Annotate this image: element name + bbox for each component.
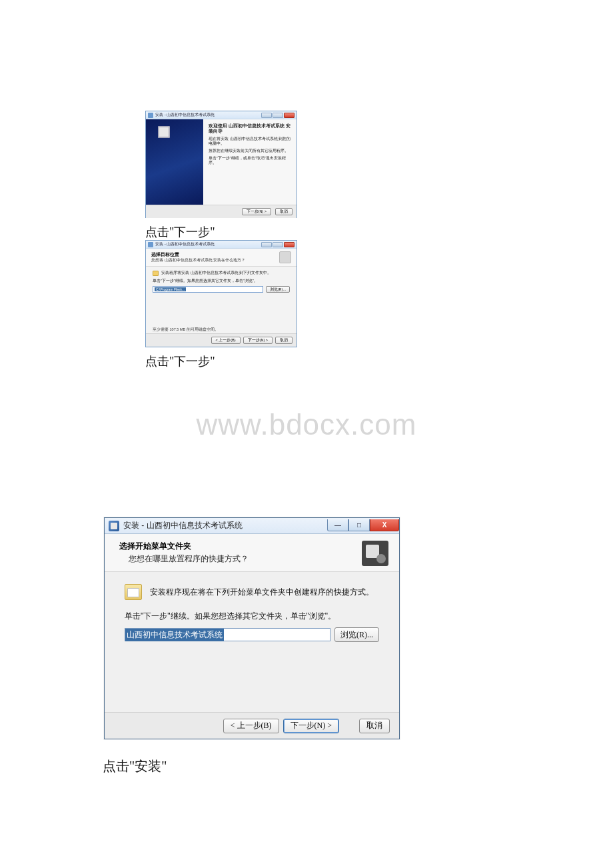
subheader-title: 选择开始菜单文件夹 (119, 541, 249, 552)
info-text-2: 单击"下一步"继续。如果您想选择其它文件夹，单击"浏览"。 (125, 611, 379, 622)
info-text-1: 安装程序将安装 山西初中信息技术考试系统 到下列文件夹中。 (161, 271, 271, 275)
browse-button[interactable]: 浏览(R)... (266, 286, 290, 293)
maximize-button[interactable]: □ (348, 519, 370, 531)
window-controls (261, 113, 295, 118)
wizard-sidebar (146, 119, 203, 205)
wizard-header-icon (362, 541, 388, 566)
wizard-content: 欢迎使用 山西初中信息技术考试系统 安装向导 现在将安装 山西初中信息技术考试系… (203, 119, 297, 205)
welcome-heading: 欢迎使用 山西初中信息技术考试系统 安装向导 (209, 123, 291, 134)
startmenu-folder-input[interactable]: 山西初中信息技术考试系统 (125, 628, 330, 641)
installer-startmenu-window: 安装 - 山西初中信息技术考试系统 — □ X 选择开始菜单文件夹 您想在哪里放… (104, 517, 400, 739)
startmenu-icon (125, 584, 142, 600)
cancel-button[interactable]: 取消 (275, 337, 293, 344)
install-path-input[interactable]: C:\Program Files\... (153, 286, 263, 293)
welcome-text-3: 单击"下一步"继续，或单击"取消"退出安装程序。 (209, 156, 291, 166)
back-button[interactable]: < 上一步(B) (211, 337, 241, 344)
disk-space-label: 至少需要 107.5 MB 的可用磁盘空间。 (153, 327, 219, 332)
cancel-button[interactable]: 取消 (275, 208, 293, 215)
subheader: 选择目标位置 您想将 山西初中信息技术考试系统 安装在什么地方？ (146, 249, 297, 267)
next-button[interactable]: 下一步(N) > (243, 337, 273, 344)
app-icon (148, 113, 153, 118)
caption-2: 点击"下一步" (145, 353, 215, 369)
close-button[interactable] (284, 113, 295, 118)
titlebar: 安装 - 山西初中信息技术考试系统 (146, 111, 297, 119)
titlebar: 安装 - 山西初中信息技术考试系统 (146, 241, 297, 249)
wizard-footer: < 上一步(B) 下一步(N) > 取消 (146, 333, 297, 347)
watermark: www.bdocx.com (0, 408, 613, 441)
minimize-button[interactable]: — (327, 519, 348, 531)
close-button[interactable] (284, 242, 295, 247)
cancel-button[interactable]: 取消 (359, 719, 390, 733)
app-icon (109, 521, 119, 531)
titlebar: 安装 - 山西初中信息技术考试系统 — □ X (105, 518, 399, 534)
browse-button[interactable]: 浏览(R)... (334, 627, 379, 642)
minimize-button[interactable] (261, 113, 272, 118)
installer-destination-window: 安装 - 山西初中信息技术考试系统 选择目标位置 您想将 山西初中信息技术考试系… (145, 240, 297, 347)
next-button[interactable]: 下一步(N) > (283, 719, 339, 733)
welcome-text-1: 现在将安装 山西初中信息技术考试系统 到您的电脑中。 (209, 137, 291, 147)
welcome-text-2: 推荐您在继续安装前关闭所有其它应用程序。 (209, 149, 291, 154)
caption-1: 点击"下一步" (145, 224, 215, 240)
wizard-footer: 下一步(N) > 取消 (146, 205, 297, 218)
wizard-body: 安装程序现在将在下列开始菜单文件夹中创建程序的快捷方式。 单击"下一步"继续。如… (105, 572, 399, 642)
maximize-button[interactable] (273, 242, 283, 247)
back-button[interactable]: < 上一步(B) (223, 719, 279, 733)
subheader-subtitle: 您想将 山西初中信息技术考试系统 安装在什么地方？ (151, 258, 245, 262)
window-title: 安装 - 山西初中信息技术考试系统 (123, 520, 327, 531)
installer-welcome-window: 安装 - 山西初中信息技术考试系统 欢迎使用 山西初中信息技术考试系统 安装向导… (145, 111, 297, 218)
info-text-1: 安装程序现在将在下列开始菜单文件夹中创建程序的快捷方式。 (150, 587, 374, 598)
subheader: 选择开始菜单文件夹 您想在哪里放置程序的快捷方式？ (105, 534, 399, 572)
window-controls: — □ X (327, 519, 399, 533)
subheader-subtitle: 您想在哪里放置程序的快捷方式？ (119, 553, 249, 565)
app-icon (148, 242, 153, 247)
next-button[interactable]: 下一步(N) > (242, 208, 271, 215)
wizard-header-icon (279, 251, 291, 263)
caption-3: 点击"安装" (103, 757, 167, 775)
close-button[interactable]: X (370, 519, 399, 531)
info-text-2: 单击"下一步"继续。如果您想选择其它文件夹，单击"浏览"。 (153, 279, 258, 283)
minimize-button[interactable] (261, 242, 272, 247)
maximize-button[interactable] (273, 113, 283, 118)
folder-icon (153, 271, 159, 276)
window-controls (261, 242, 295, 247)
window-title: 安装 - 山西初中信息技术考试系统 (155, 112, 259, 118)
subheader-title: 选择目标位置 (151, 252, 245, 258)
box-icon (158, 126, 170, 138)
window-title: 安装 - 山西初中信息技术考试系统 (155, 241, 259, 247)
wizard-body: 安装程序将安装 山西初中信息技术考试系统 到下列文件夹中。 单击"下一步"继续。… (146, 267, 297, 297)
wizard-footer: < 上一步(B) 下一步(N) > 取消 (105, 712, 399, 739)
